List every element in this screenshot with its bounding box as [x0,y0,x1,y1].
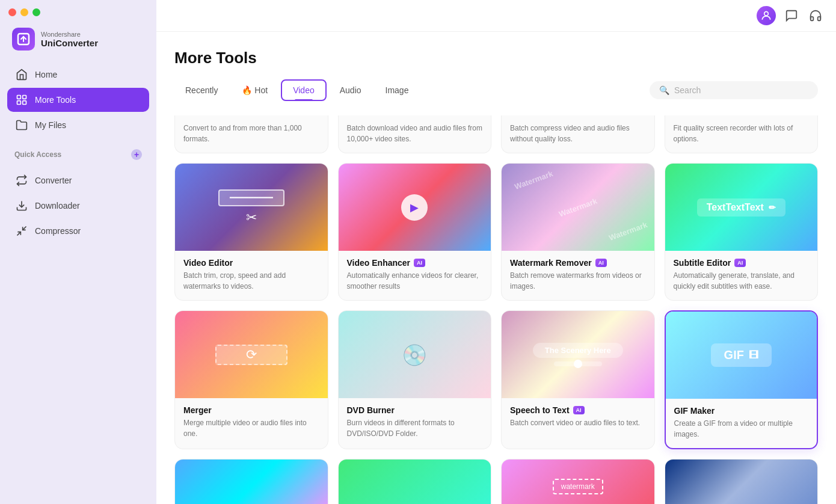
tab-audio[interactable]: Audio [329,81,372,100]
tool-name-speech-to-text: Speech to Text AI [510,405,646,415]
watermark-badge: watermark [553,479,603,494]
tool-desc-merger: Merge multiple video or audio files into… [183,417,319,439]
sidebar-item-my-files[interactable]: My Files [7,113,149,137]
bottom-card-1[interactable] [338,459,492,504]
search-icon: 🔍 [659,85,669,95]
tool-desc-subtitle-editor: Automatically generate, translate, and q… [674,270,810,292]
sidebar: Wondershare UniConverter Home More Tools [0,0,156,504]
chat-icon[interactable] [783,7,800,24]
bottom-thumb-3 [665,459,818,504]
window-controls [8,8,40,16]
top-bar [156,0,836,32]
tool-card-speech-to-text[interactable]: The Scenery Here Speech to Text AI Batch… [501,310,655,449]
quick-access-header: Quick Access + [0,143,156,164]
tool-desc-video-editor: Batch trim, crop, speed and add watermar… [183,270,319,292]
search-placeholder: Search [674,85,701,95]
tab-image[interactable]: Image [375,81,420,100]
sidebar-item-compressor-label: Compressor [35,226,81,236]
svg-line-6 [23,227,26,230]
svg-rect-4 [23,101,26,105]
sidebar-item-compressor[interactable]: Compressor [7,219,149,243]
tool-card-watermark-remover[interactable]: Watermark Watermark Watermark Watermark … [501,163,655,301]
sidebar-item-downloader-label: Downloader [35,201,80,211]
main-content: More Tools Recently 🔥 Hot Video Audio Im… [156,0,836,504]
tool-card-merger[interactable]: ⟳ Merger Merge multiple video or audio f… [174,310,328,449]
tools-grid: ━━━━━━━━━ ✂ Video Editor Batch trim, cro… [174,163,818,449]
svg-rect-3 [17,101,21,105]
tool-card-subtitle-editor[interactable]: TextTextText ✏ Subtitle Editor AI Automa… [665,163,819,301]
tool-name-subtitle-editor: Subtitle Editor AI [674,258,810,268]
tool-card-video-editor[interactable]: ━━━━━━━━━ ✂ Video Editor Batch trim, cro… [174,163,328,301]
partial-card-3[interactable]: Fit quality screen recorder with lots of… [665,115,819,153]
svg-rect-2 [23,96,26,99]
play-button-overlay: ▶ [401,194,428,221]
tool-card-gif-maker[interactable]: GIF 🎞 GIF Maker Create a GIF from a vide… [665,310,819,449]
bottom-thumb-2: watermark [502,459,654,504]
sidebar-item-home-label: Home [35,70,57,79]
tool-thumb-gif: GIF 🎞 [666,312,817,399]
sidebar-item-converter[interactable]: Converter [7,168,149,192]
bottom-card-0[interactable] [174,459,328,504]
partial-cards-row: Convert to and from more than 1,000 form… [174,115,818,153]
dvd-icon: 💿 [402,343,427,367]
partial-card-2[interactable]: Batch compress video and audio files wit… [501,115,655,153]
watermark-text-3: Watermark [607,220,648,242]
quick-access-add-button[interactable]: + [131,149,142,160]
tool-thumb-subtitle: TextTextText ✏ [665,164,818,251]
tool-desc-gif-maker: Create a GIF from a video or multiple im… [674,418,809,440]
user-avatar[interactable] [757,6,776,25]
tool-desc-watermark-remover: Batch remove watermarks from videos or i… [510,270,646,292]
tool-thumb-video-enhancer: ▶ [339,164,491,251]
close-button[interactable] [8,8,16,16]
tool-name-video-editor: Video Editor [183,258,319,268]
minimize-button[interactable] [20,8,28,16]
partial-card-1-desc: Batch download video and audio files fro… [347,123,483,144]
sidebar-item-more-tools[interactable]: More Tools [7,88,149,112]
tool-name-gif-maker: GIF Maker [674,406,809,416]
nav-section: Home More Tools My Files [0,58,156,143]
partial-card-1[interactable]: Batch download video and audio files fro… [338,115,492,153]
tab-hot[interactable]: 🔥 Hot [231,81,278,100]
tool-card-dvd-burner[interactable]: 💿 DVD Burner Burn videos in different fo… [338,310,492,449]
bottom-thumb-1 [339,459,491,504]
ai-badge-speech: AI [573,406,585,414]
sidebar-item-converter-label: Converter [35,176,72,185]
tool-thumb-video-editor: ━━━━━━━━━ ✂ [175,164,328,251]
sidebar-item-home[interactable]: Home [7,63,149,87]
partial-card-0[interactable]: Convert to and from more than 1,000 form… [174,115,328,153]
app-name: UniConverter [41,38,98,48]
bottom-card-3[interactable] [665,459,819,504]
sidebar-item-more-tools-label: More Tools [35,95,76,105]
bottom-partial-row: watermark [174,459,818,504]
page-title: More Tools [174,49,818,67]
svg-rect-1 [17,96,21,99]
tool-thumb-watermark: Watermark Watermark Watermark [502,164,654,251]
sidebar-item-downloader[interactable]: Downloader [7,194,149,218]
subtitle-overlay: TextTextText ✏ [697,198,785,217]
tool-thumb-merger: ⟳ [175,311,328,398]
tool-name-watermark-remover: Watermark Remover AI [510,258,646,268]
partial-card-3-desc: Fit quality screen recorder with lots of… [674,123,810,144]
ai-badge-subtitle: AI [734,259,746,267]
search-bar[interactable]: 🔍 Search [650,81,818,99]
quick-access-section: Converter Downloader Compressor [0,164,156,249]
sidebar-item-my-files-label: My Files [35,120,66,130]
tool-desc-speech-to-text: Batch convert video or audio files to te… [510,417,646,428]
headphones-icon[interactable] [807,7,824,24]
watermark-text-1: Watermark [513,169,554,191]
tool-name-video-enhancer: Video Enhancer AI [347,258,483,268]
tab-video[interactable]: Video [281,79,327,101]
svg-line-7 [17,232,21,236]
tab-recently[interactable]: Recently [174,81,229,100]
maximize-button[interactable] [32,8,40,16]
partial-card-2-desc: Batch compress video and audio files wit… [510,123,646,144]
bottom-card-2[interactable]: watermark [501,459,655,504]
tool-card-video-enhancer[interactable]: ▶ Video Enhancer AI Automatically enhanc… [338,163,492,301]
tool-desc-video-enhancer: Automatically enhance videos for clearer… [347,270,483,292]
speech-overlay: The Scenery Here [533,343,623,366]
tool-thumb-dvd: 💿 [339,311,491,398]
tabs-bar: Recently 🔥 Hot Video Audio Image 🔍 Searc… [174,79,818,101]
tool-thumb-speech: The Scenery Here [502,311,654,398]
app-logo [12,28,35,51]
watermark-text-2: Watermark [558,196,598,218]
